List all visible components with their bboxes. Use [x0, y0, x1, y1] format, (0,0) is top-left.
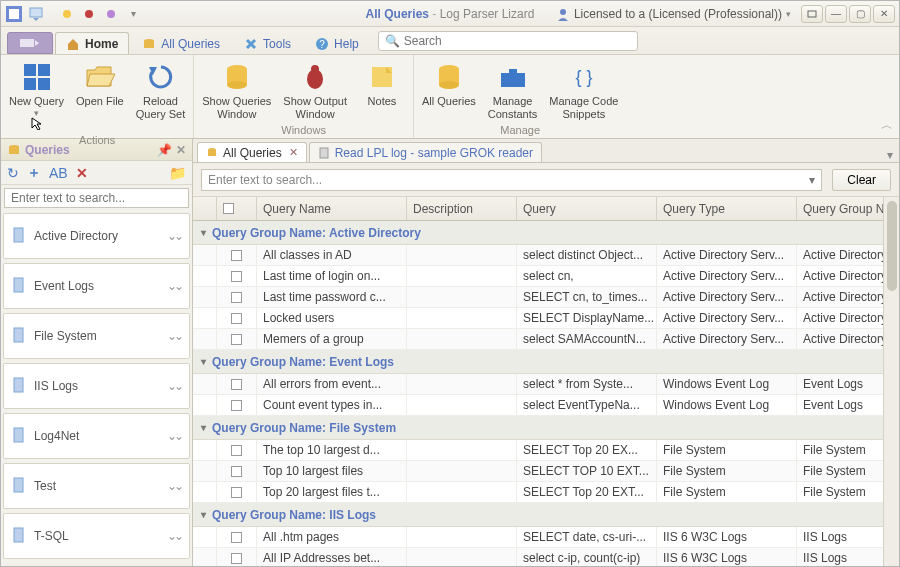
checkbox-cell[interactable] [217, 527, 257, 547]
expand-column[interactable] [193, 197, 217, 220]
qat-sun-icon[interactable] [58, 5, 76, 23]
tab-tools[interactable]: Tools [233, 32, 302, 54]
category-item[interactable]: Log4Net ⌄⌄ [3, 413, 190, 459]
checkbox-cell[interactable] [217, 374, 257, 394]
close-button[interactable]: ✕ [873, 5, 895, 23]
checkbox-cell[interactable] [217, 395, 257, 415]
col-query-type[interactable]: Query Type [657, 197, 797, 220]
table-row[interactable]: All .htm pages SELECT date, cs-uri-... I… [193, 527, 883, 548]
show-queries-window-button[interactable]: Show Queries Window [196, 57, 277, 120]
checkbox-cell[interactable] [217, 482, 257, 502]
col-query-name[interactable]: Query Name [257, 197, 407, 220]
collapse-ribbon-icon[interactable]: ︿ [881, 117, 893, 134]
checkbox-cell[interactable] [217, 287, 257, 307]
checkbox-cell[interactable] [217, 440, 257, 460]
expand-cell[interactable] [193, 308, 217, 328]
table-row[interactable]: Count event types in... select EventType… [193, 395, 883, 416]
expand-cell[interactable] [193, 329, 217, 349]
checkbox-column[interactable] [217, 197, 257, 220]
category-list[interactable]: Active Directory ⌄⌄ Event Logs ⌄⌄ File S… [1, 211, 192, 566]
expand-cell[interactable] [193, 245, 217, 265]
clear-button[interactable]: Clear [832, 169, 891, 191]
vertical-scrollbar[interactable] [883, 197, 899, 566]
category-item[interactable]: IIS Logs ⌄⌄ [3, 363, 190, 409]
add-icon[interactable]: ＋ [27, 164, 41, 182]
show-output-window-button[interactable]: Show Output Window [277, 57, 353, 120]
refresh-icon[interactable]: ↻ [7, 165, 19, 181]
close-icon[interactable]: ✕ [289, 146, 298, 159]
checkbox-cell[interactable] [217, 329, 257, 349]
ribbon-search-input[interactable] [404, 34, 631, 48]
screenshot-button[interactable] [801, 5, 823, 23]
expand-cell[interactable] [193, 482, 217, 502]
table-row[interactable]: Top 10 largest files SELECT TOP 10 EXT..… [193, 461, 883, 482]
table-row[interactable]: Top 20 largest files t... SELECT Top 20 … [193, 482, 883, 503]
checkbox-cell[interactable] [217, 266, 257, 286]
qat-bug-icon[interactable] [80, 5, 98, 23]
doc-tab-read-lpl[interactable]: Read LPL log - sample GROK reader [309, 142, 542, 162]
tabs-overflow-icon[interactable]: ▾ [887, 148, 893, 162]
manage-snippets-button[interactable]: { } Manage Code Snippets [543, 57, 624, 120]
queries-search[interactable] [4, 188, 189, 208]
maximize-button[interactable]: ▢ [849, 5, 871, 23]
reload-query-set-button[interactable]: Reload Query Set [130, 57, 192, 120]
notes-button[interactable]: Notes [353, 57, 411, 108]
queries-search-input[interactable] [4, 188, 189, 208]
new-query-button[interactable]: New Query ▾ [3, 57, 70, 132]
folder-icon[interactable]: 📁 [169, 165, 186, 181]
table-row[interactable]: Last time of login on... select cn, Acti… [193, 266, 883, 287]
expand-cell[interactable] [193, 548, 217, 566]
group-row[interactable]: Query Group Name: Active Directory [193, 221, 883, 245]
col-description[interactable]: Description [407, 197, 517, 220]
delete-icon[interactable]: ✕ [76, 165, 88, 181]
app-icon[interactable] [5, 5, 23, 23]
manage-constants-button[interactable]: Manage Constants [482, 57, 544, 120]
expand-cell[interactable] [193, 440, 217, 460]
group-row[interactable]: Query Group Name: IIS Logs [193, 503, 883, 527]
scroll-thumb[interactable] [887, 201, 897, 291]
expand-cell[interactable] [193, 374, 217, 394]
grid-search-combo[interactable]: Enter text to search... ▾ [201, 169, 822, 191]
rename-icon[interactable]: AB [49, 165, 68, 181]
open-file-button[interactable]: Open File [70, 57, 130, 108]
expand-cell[interactable] [193, 395, 217, 415]
col-query[interactable]: Query [517, 197, 657, 220]
chevron-down-icon[interactable]: ▾ [809, 173, 815, 187]
table-row[interactable]: Locked users SELECT DisplayName... Activ… [193, 308, 883, 329]
expand-cell[interactable] [193, 287, 217, 307]
minimize-button[interactable]: — [825, 5, 847, 23]
expand-cell[interactable] [193, 266, 217, 286]
qat-customize-icon[interactable]: ▾ [124, 5, 142, 23]
expand-cell[interactable] [193, 461, 217, 481]
category-item[interactable]: Active Directory ⌄⌄ [3, 213, 190, 259]
ribbon-search[interactable]: 🔍 [378, 31, 638, 51]
table-row[interactable]: Memers of a group select SAMAccountN... … [193, 329, 883, 350]
group-row[interactable]: Query Group Name: File System [193, 416, 883, 440]
table-row[interactable]: All IP Addresses bet... select c-ip, cou… [193, 548, 883, 566]
file-tab[interactable] [7, 32, 53, 54]
table-row[interactable]: All errors from event... select * from S… [193, 374, 883, 395]
license-block[interactable]: Licensed to a (Licensed (Professional)) … [556, 7, 791, 21]
table-row[interactable]: Last time password c... SELECT cn, to_ti… [193, 287, 883, 308]
category-item[interactable]: T-SQL ⌄⌄ [3, 513, 190, 559]
query-grid[interactable]: Query Name Description Query Query Type … [193, 197, 883, 566]
tab-all-queries[interactable]: All Queries [131, 32, 231, 54]
col-query-group-name[interactable]: Query Group Name [797, 197, 883, 220]
checkbox-cell[interactable] [217, 548, 257, 566]
tab-help[interactable]: ? Help [304, 32, 370, 54]
all-queries-button[interactable]: All Queries [416, 57, 482, 108]
expand-cell[interactable] [193, 527, 217, 547]
category-item[interactable]: Event Logs ⌄⌄ [3, 263, 190, 309]
doc-tab-all-queries[interactable]: All Queries ✕ [197, 142, 307, 162]
checkbox-cell[interactable] [217, 245, 257, 265]
table-row[interactable]: All classes in AD select distinct Object… [193, 245, 883, 266]
checkbox-cell[interactable] [217, 461, 257, 481]
qat-dropdown-icon[interactable] [27, 5, 45, 23]
table-row[interactable]: The top 10 largest d... SELECT Top 20 EX… [193, 440, 883, 461]
group-row[interactable]: Query Group Name: Event Logs [193, 350, 883, 374]
checkbox-cell[interactable] [217, 308, 257, 328]
qat-flower-icon[interactable] [102, 5, 120, 23]
category-item[interactable]: Test ⌄⌄ [3, 463, 190, 509]
tab-home[interactable]: Home [55, 32, 129, 54]
category-item[interactable]: File System ⌄⌄ [3, 313, 190, 359]
